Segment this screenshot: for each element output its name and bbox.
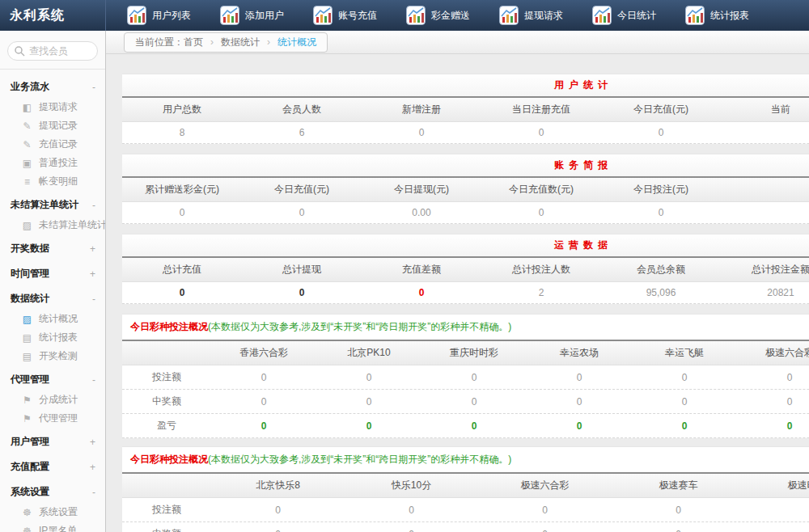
column-header: 总计投注人数: [481, 258, 601, 281]
bet-title-text: 今日彩种投注概况: [130, 321, 208, 332]
sidebar-item-label: 统计报表: [39, 331, 78, 344]
bet-cell: 0: [527, 416, 632, 437]
table-title-bar: 运营数据: [122, 234, 809, 258]
bet-cell: 0: [316, 416, 421, 437]
bet-cell: 0: [421, 391, 527, 412]
content-area: 用户统计用户总数会员人数新增注册当日注册充值今日充值(元)当前86000账务简报…: [106, 54, 809, 532]
sidebar-menu: 业务流水-◧提现请求✎提现记录✎充值记录▣普通投注≡帐变明细未结算注单统计-▨未…: [0, 73, 105, 532]
sidebar-section-title[interactable]: 开奖数据+: [0, 234, 105, 260]
sidebar-section-label: 充值配置: [11, 460, 49, 474]
bet-title-note: (本数据仅为大致参考,涉及到“未开奖”和“跨日期开奖”的彩种并不精确。): [208, 321, 511, 332]
table-cell: [721, 128, 809, 137]
table-cell: 0: [601, 122, 721, 143]
table-row: 86000: [122, 122, 809, 144]
sidebar-item-label: 普通投注: [39, 156, 78, 170]
chevron-right-icon: ›: [210, 36, 214, 48]
nav-item-3[interactable]: 账号充值: [313, 6, 377, 25]
wrench-icon: ☸: [21, 526, 33, 532]
column-header: 当前: [721, 98, 809, 121]
bet-header-row: 香港六合彩北京PK10重庆时时彩幸运农场幸运飞艇极速六合彩: [122, 341, 809, 365]
bet-row-label: 中奖额: [122, 390, 211, 413]
table-header-row: 累计赠送彩金(元)今日充值(元)今日提现(元)今日充值数(元)今日投注(元): [122, 178, 809, 202]
breadcrumb: 当前位置：首页 ›数据统计›统计概况: [124, 32, 328, 53]
bet-row: 中奖额00000: [122, 522, 809, 532]
sidebar-item[interactable]: ▣普通投注: [0, 154, 105, 172]
chart-icon: [592, 6, 612, 25]
nav-item-5[interactable]: 提现请求: [499, 6, 563, 25]
chart-icon: [685, 6, 705, 25]
chart-icon: [220, 6, 239, 25]
bet-cell: 0: [478, 500, 612, 521]
sidebar-item[interactable]: ☸IP黑名单: [0, 521, 105, 532]
breadcrumb-item-2[interactable]: 统计概况: [277, 36, 316, 49]
table-title: 账务简报: [554, 159, 612, 171]
sidebar-section-title[interactable]: 充值配置+: [0, 453, 105, 478]
table-cell: 0: [122, 202, 242, 223]
sidebar-section-title[interactable]: 用户管理+: [0, 428, 105, 453]
sidebar-section-title[interactable]: 时间管理+: [0, 260, 105, 285]
wrench-icon: ☸: [21, 507, 33, 518]
bet-row: 投注额000000: [122, 365, 809, 390]
speaker-icon: ◧: [21, 102, 33, 113]
expand-icon: +: [90, 243, 95, 255]
sidebar: 业务流水-◧提现请求✎提现记录✎充值记录▣普通投注≡帐变明细未结算注单统计-▨未…: [0, 31, 106, 532]
bet-cell: 0: [632, 416, 737, 437]
column-header: 累计赠送彩金(元): [122, 178, 242, 201]
sidebar-section-title[interactable]: 未结算注单统计-: [0, 191, 105, 216]
column-header: 总计投注金额: [721, 258, 809, 281]
sidebar-item-label: 提现记录: [39, 119, 78, 133]
chart-icon: ▨: [21, 220, 33, 231]
nav-item-7[interactable]: 统计报表: [685, 6, 749, 25]
sidebar-item[interactable]: ⚑分成统计: [0, 391, 105, 409]
pin-icon: ⚑: [21, 395, 33, 406]
sidebar-item[interactable]: ≡帐变明细: [0, 172, 105, 191]
sidebar-item-label: 充值记录: [39, 137, 78, 151]
sidebar-item[interactable]: ☸系统设置: [0, 503, 105, 521]
sidebar-item[interactable]: ▤统计报表: [0, 328, 105, 347]
breadcrumb-item-1[interactable]: 数据统计: [221, 36, 260, 49]
bet-title-text: 今日彩种投注概况: [130, 454, 208, 465]
sidebar-section-label: 代理管理: [11, 373, 49, 386]
column-header: 今日提现(元): [362, 178, 481, 201]
sidebar-item-label: 提现请求: [39, 100, 78, 114]
column-header: 会员总余额: [601, 258, 721, 281]
nav-item-6[interactable]: 今日统计: [592, 6, 656, 25]
expand-icon: +: [90, 462, 95, 473]
sidebar-item-label: 开奖检测: [39, 349, 78, 363]
sidebar-section-title[interactable]: 业务流水-: [0, 73, 105, 98]
table-cell: 2: [481, 282, 601, 303]
nav-item-4[interactable]: 彩金赠送: [406, 6, 470, 25]
sidebar-item[interactable]: ▨未结算注单统计: [0, 216, 105, 234]
bet-title-bar: 今日彩种投注概况(本数据仅为大致参考,涉及到“未开奖”和“跨日期开奖”的彩种并不…: [122, 446, 809, 474]
nav-item-2[interactable]: 添加用户: [220, 6, 284, 25]
nav-item-label: 彩金赠送: [431, 9, 470, 23]
nav-item-1[interactable]: 用户列表: [127, 6, 191, 25]
table-cell: 8: [122, 122, 242, 143]
lottery-column-header: 香港六合彩: [211, 341, 316, 365]
table-header-row: 用户总数会员人数新增注册当日注册充值今日充值(元)当前: [122, 98, 809, 122]
sidebar-item[interactable]: ▨统计概况: [0, 310, 105, 328]
stats-table-panel: 账务简报累计赠送彩金(元)今日充值(元)今日提现(元)今日充值数(元)今日投注(…: [122, 154, 809, 224]
bet-row: 中奖额000000: [122, 390, 809, 414]
sidebar-item-label: 未结算注单统计: [39, 218, 106, 232]
nav-item-label: 统计报表: [710, 9, 749, 23]
sidebar-item[interactable]: ⚑代理管理: [0, 409, 105, 428]
sidebar-section-title[interactable]: 代理管理-: [0, 365, 105, 391]
report-icon: ▤: [21, 351, 33, 362]
sidebar-section-label: 开奖数据: [11, 242, 49, 255]
table-cell: 0.00: [362, 202, 481, 223]
sidebar-item[interactable]: ✎充值记录: [0, 135, 105, 154]
sidebar-item[interactable]: ◧提现请求: [0, 98, 105, 116]
sidebar-section-title[interactable]: 系统设置-: [0, 478, 105, 503]
lottery-column-header: 极速六合彩: [737, 341, 809, 365]
lottery-column-header: 极速时时彩: [745, 474, 809, 497]
nav-item-label: 账号充值: [338, 9, 377, 23]
sidebar-section-label: 未结算注单统计: [11, 198, 78, 212]
sidebar-item[interactable]: ✎提现记录: [0, 116, 105, 135]
table-cell: 0: [242, 282, 362, 303]
sidebar-section-title[interactable]: 数据统计-: [0, 285, 105, 310]
bet-header-row: 北京快乐8快乐10分极速六合彩极速赛车极速时时彩: [122, 474, 809, 498]
bet-overview-panel: 今日彩种投注概况(本数据仅为大致参考,涉及到“未开奖”和“跨日期开奖”的彩种并不…: [122, 314, 809, 438]
sidebar-item[interactable]: ▤开奖检测: [0, 347, 105, 365]
bet-cell: 0: [612, 524, 745, 532]
